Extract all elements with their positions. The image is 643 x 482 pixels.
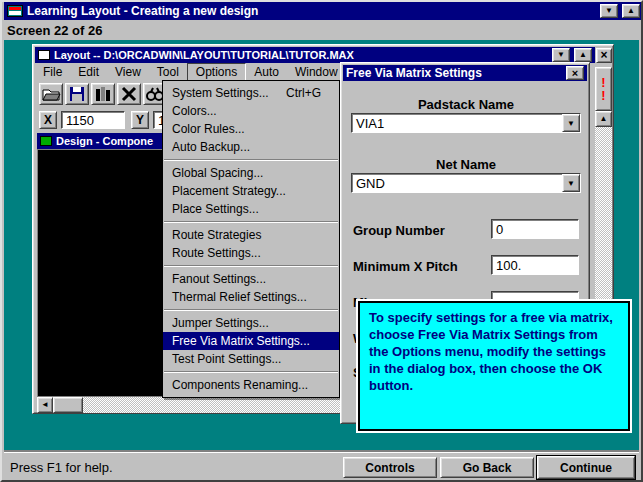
delete-button[interactable] <box>117 83 141 105</box>
main-titlebar: Learning Layout - Creating a new design … <box>4 2 643 20</box>
statusbar: Press F1 for help. Controls Go Back Cont… <box>4 452 639 480</box>
menu-item-test-point-settings[interactable]: Test Point Settings... <box>163 350 339 368</box>
scroll-left-icon[interactable]: ◄ <box>37 397 53 413</box>
padstack-name-combo[interactable]: VIA1 ▼ <box>351 113 581 133</box>
menu-separator <box>164 265 338 267</box>
menu-item-shortcut: Ctrl+G <box>286 84 321 102</box>
dialog-close-icon[interactable]: × <box>566 66 584 80</box>
menu-item-free-via-matrix-settings[interactable]: Free Via Matrix Settings... <box>163 332 339 350</box>
menu-item-place-settings[interactable]: Place Settings... <box>163 200 339 218</box>
chevron-down-icon[interactable]: ▼ <box>562 114 580 132</box>
net-name-label: Net Name <box>341 157 591 172</box>
scroll-up-icon[interactable]: ▲ <box>595 111 612 127</box>
menu-item-colors[interactable]: Colors... <box>163 102 339 120</box>
menu-separator <box>164 371 338 373</box>
tutorial-callout: To specify settings for a free via matri… <box>358 301 630 431</box>
app-icon[interactable] <box>7 5 23 17</box>
chevron-down-icon[interactable]: ▼ <box>562 174 580 192</box>
menu-tool[interactable]: Tool <box>149 64 187 80</box>
menu-item-jumper-settings[interactable]: Jumper Settings... <box>163 314 339 332</box>
menu-item-route-settings[interactable]: Route Settings... <box>163 244 339 262</box>
maximize-icon[interactable]: ▲ <box>622 4 640 18</box>
menu-item-components-renaming[interactable]: Components Renaming... <box>163 376 339 394</box>
group-number-label: Group Number <box>353 223 445 238</box>
drc-warning-button[interactable]: ! ! <box>595 67 612 111</box>
dialog-title: Free Via Matrix Settings <box>346 66 562 80</box>
main-window-title: Learning Layout - Creating a new design <box>27 4 596 18</box>
library-button[interactable] <box>91 83 115 105</box>
controls-button[interactable]: Controls <box>343 457 437 478</box>
menu-item-global-spacing[interactable]: Global Spacing... <box>163 164 339 182</box>
menu-separator <box>164 221 338 223</box>
menu-item-thermal-relief-settings[interactable]: Thermal Relief Settings... <box>163 288 339 306</box>
layout-maximize-icon[interactable]: ▲ <box>574 48 592 62</box>
menu-auto[interactable]: Auto <box>246 64 287 80</box>
net-name-value: GND <box>352 174 580 193</box>
menu-window[interactable]: Window <box>287 64 346 80</box>
menu-item-color-rules[interactable]: Color Rules... <box>163 120 339 138</box>
screen-counter: Screen 22 of 26 <box>7 23 102 38</box>
open-button[interactable] <box>39 83 63 105</box>
x-coord-button[interactable]: X <box>39 111 57 129</box>
menu-separator <box>164 159 338 161</box>
status-help-text: Press F1 for help. <box>10 460 113 475</box>
main-window: Learning Layout - Creating a new design … <box>0 0 643 482</box>
go-back-button[interactable]: Go Back <box>440 457 534 478</box>
x-coord-field[interactable]: 1150 <box>61 111 125 129</box>
minimum-x-pitch-field[interactable]: 100. <box>491 255 579 275</box>
warning-icon: ! <box>596 89 611 102</box>
design-window-icon[interactable] <box>40 136 52 146</box>
menu-edit[interactable]: Edit <box>70 64 107 80</box>
menu-item-auto-backup[interactable]: Auto Backup... <box>163 138 339 156</box>
menu-separator <box>164 309 338 311</box>
menu-item-system-settings[interactable]: System Settings... Ctrl+G <box>163 84 339 102</box>
padstack-name-value: VIA1 <box>352 114 580 133</box>
minimize-icon[interactable]: ▼ <box>600 4 618 18</box>
layout-window-icon[interactable] <box>38 50 50 60</box>
layout-window-title: Layout -- D:\ORCADWIN\LAYOUT\TUTORIAL\TU… <box>54 49 548 61</box>
menu-options[interactable]: Options <box>187 63 246 81</box>
menu-item-fanout-settings[interactable]: Fanout Settings... <box>163 270 339 288</box>
open-folder-icon <box>40 84 62 104</box>
save-button[interactable] <box>65 83 89 105</box>
menu-item-label: System Settings... <box>172 84 269 102</box>
library-icon <box>92 84 114 104</box>
hscroll-thumb[interactable] <box>53 397 83 413</box>
menu-file[interactable]: File <box>35 64 70 80</box>
net-name-combo[interactable]: GND ▼ <box>351 173 581 193</box>
close-icon[interactable]: × <box>596 48 612 63</box>
delete-x-icon <box>118 84 140 104</box>
padstack-name-label: Padstack Name <box>341 97 591 112</box>
floppy-icon <box>66 84 88 104</box>
menu-view[interactable]: View <box>107 64 149 80</box>
menu-item-placement-strategy[interactable]: Placement Strategy... <box>163 182 339 200</box>
y-coord-button[interactable]: Y <box>131 111 149 129</box>
options-menu: System Settings... Ctrl+G Colors... Colo… <box>162 80 340 398</box>
menu-item-route-strategies[interactable]: Route Strategies <box>163 226 339 244</box>
continue-button[interactable]: Continue <box>537 456 635 479</box>
minimum-x-pitch-label: Minimum X Pitch <box>353 259 458 274</box>
group-number-field[interactable]: 0 <box>491 219 579 239</box>
layout-titlebar: Layout -- D:\ORCADWIN\LAYOUT\TUTORIAL\TU… <box>35 47 595 63</box>
layout-minimize-icon[interactable]: ▼ <box>552 48 570 62</box>
dialog-titlebar: Free Via Matrix Settings × <box>343 65 587 81</box>
